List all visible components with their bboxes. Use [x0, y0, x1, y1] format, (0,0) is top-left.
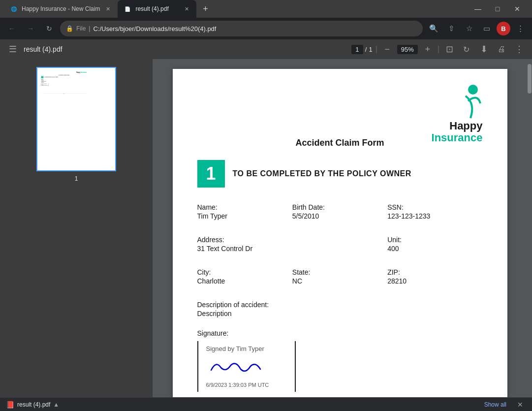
address-actions: 🔍 ⇧ ☆ ▭ B ⋮ — [426, 21, 528, 36]
profile-button[interactable]: B — [497, 22, 510, 35]
state-field: State: NC — [292, 264, 387, 289]
form-fields-row1: Name: Tim Typer Birth Date: 5/5/2010 SSN… — [197, 199, 483, 224]
close-download-bar-button[interactable]: ✕ — [514, 399, 526, 411]
address-separator: | — [89, 25, 90, 32]
unit-label: Unit: — [387, 236, 482, 244]
zoom-out-button[interactable]: − — [380, 42, 394, 56]
download-button[interactable]: ⬇ — [477, 42, 491, 56]
zoom-level[interactable]: 95% — [397, 45, 418, 54]
minimize-button[interactable]: — — [471, 2, 485, 16]
signature-box: Signed by Tim Typer 6/9/2023 1:39:03 PM … — [197, 341, 296, 392]
city-value: Charlotte — [197, 277, 292, 285]
scroll-thumb[interactable] — [528, 64, 532, 94]
download-arrow-icon[interactable]: ▲ — [53, 401, 59, 408]
ssn-field: SSN: 123-123-1233 — [387, 199, 482, 224]
more-options-button[interactable]: ⋮ — [512, 42, 526, 56]
download-bar: 📕 result (4).pdf ▲ Show all ✕ — [0, 397, 532, 411]
thumbnail-page1[interactable]: Happy Insurance Accident Claim Form 1 TO… — [36, 67, 116, 171]
pdf-viewer[interactable]: Happy Insurance Accident Claim Form 1 TO… — [153, 59, 527, 397]
new-tab-button[interactable]: + — [198, 2, 212, 16]
state-label: State: — [292, 268, 387, 276]
download-item: 📕 result (4).pdf ▲ — [6, 401, 59, 409]
pdf-page: Happy Insurance Accident Claim Form 1 TO… — [173, 69, 507, 397]
unit-field: Unit: 400 — [387, 232, 482, 256]
zip-label: ZIP: — [387, 268, 482, 276]
print-button[interactable]: 🖨 — [495, 42, 508, 56]
form-fields-row2: Address: 31 Text Control Dr Unit: 400 — [197, 232, 483, 256]
section-header: 1 TO BE COMPLETED BY THE POLICY OWNER — [197, 160, 483, 188]
logo-insurance: Insurance — [432, 131, 483, 144]
tab1-close[interactable]: ✕ — [104, 5, 112, 13]
bookmark-icon[interactable]: ☆ — [461, 21, 477, 36]
logo-happy: Happy — [449, 120, 482, 132]
unit-value: 400 — [387, 245, 482, 253]
page-number-input[interactable]: 1 — [351, 45, 363, 54]
tab2-close[interactable]: ✕ — [183, 5, 190, 13]
section-number: 1 — [197, 160, 225, 188]
sep1: | — [376, 45, 377, 54]
city-field: City: Charlotte — [197, 264, 292, 289]
address-bar[interactable]: 🔒 File | C:/Users/bjoer/Downloads/result… — [60, 21, 423, 36]
address-field: Address: 31 Text Control Dr — [197, 232, 388, 256]
tab-pdf[interactable]: 📄 result (4).pdf ✕ — [118, 0, 196, 18]
pdf-toolbar: ☰ result (4).pdf 1 / 1 | − 95% + | ⊡ ↻ ⬇… — [0, 39, 532, 59]
tab1-label: Happy Insurance - New Claim — [22, 5, 100, 12]
signature-date: 6/9/2023 1:39:03 PM UTC — [206, 382, 287, 388]
desc-value: Description — [197, 310, 483, 317]
tab1-favicon: 🌐 — [10, 5, 18, 13]
page-info: 1 / 1 — [351, 45, 373, 54]
zoom-in-button[interactable]: + — [421, 42, 435, 56]
reload-button[interactable]: ↻ — [41, 21, 57, 36]
download-filename[interactable]: result (4).pdf — [17, 401, 50, 408]
svg-point-0 — [468, 85, 478, 95]
file-label: File — [76, 25, 86, 32]
form-fields-row3: City: Charlotte State: NC ZIP: 28210 — [197, 264, 483, 289]
happy-logo: Happy Insurance — [432, 84, 483, 144]
desc-label: Description of accident: — [197, 301, 483, 309]
name-field: Name: Tim Typer — [197, 199, 292, 224]
share-icon[interactable]: ⇧ — [443, 21, 459, 36]
forward-button[interactable]: → — [23, 21, 38, 36]
zip-value: 28210 — [387, 277, 482, 285]
rotate-button[interactable]: ↻ — [459, 42, 473, 56]
thumbnail-image: Happy Insurance Accident Claim Form 1 TO… — [39, 70, 113, 168]
fit-page-button[interactable]: ⊡ — [442, 42, 456, 56]
ssn-label: SSN: — [387, 203, 482, 211]
thumbnail-panel: Happy Insurance Accident Claim Form 1 TO… — [0, 59, 153, 397]
birthdate-field: Birth Date: 5/5/2010 — [292, 199, 387, 224]
signed-by: Signed by Tim Typer — [206, 345, 287, 352]
zip-field: ZIP: 28210 — [387, 264, 482, 289]
back-button[interactable]: ← — [4, 21, 20, 36]
address-bar-row: ← → ↻ 🔒 File | C:/Users/bjoer/Downloads/… — [0, 18, 532, 39]
sidebar-toggle-button[interactable]: ☰ — [6, 42, 20, 56]
tab-happy-insurance[interactable]: 🌐 Happy Insurance - New Claim ✕ — [4, 0, 118, 18]
page-separator: / — [365, 46, 367, 53]
maximize-button[interactable]: □ — [491, 2, 504, 16]
signature-svg — [206, 355, 265, 375]
window-controls: — □ ✕ — [471, 2, 528, 16]
show-all-button[interactable]: Show all — [480, 400, 510, 409]
description-field: Description of accident: Description — [197, 297, 483, 321]
birthdate-value: 5/5/2010 — [292, 212, 387, 220]
pdf-toolbar-left: ☰ result (4).pdf — [6, 42, 347, 56]
ssn-value: 123-123-1233 — [387, 212, 482, 220]
split-screen-icon[interactable]: ▭ — [479, 21, 495, 36]
signature-section: Signature: Signed by Tim Typer 6/9/2023 … — [197, 329, 483, 392]
menu-icon[interactable]: ⋮ — [512, 21, 528, 36]
section-title: TO BE COMPLETED BY THE POLICY OWNER — [233, 169, 411, 178]
city-label: City: — [197, 268, 292, 276]
url-text: C:/Users/bjoer/Downloads/result%20(4).pd… — [93, 25, 216, 32]
tab2-favicon: 📄 — [124, 5, 131, 13]
name-label: Name: — [197, 203, 292, 211]
name-value: Tim Typer — [197, 212, 292, 220]
main-area: Happy Insurance Accident Claim Form 1 TO… — [0, 59, 532, 397]
pdf-toolbar-right: ⬇ 🖨 ⋮ — [477, 42, 526, 56]
scrollbar[interactable] — [527, 59, 532, 397]
signature-label: Signature: — [197, 329, 483, 337]
close-window-button[interactable]: ✕ — [510, 2, 524, 16]
pdf-file-icon: 📕 — [6, 401, 14, 409]
lock-icon: 🔒 — [66, 25, 73, 32]
signature-image — [206, 352, 287, 382]
search-icon[interactable]: 🔍 — [426, 21, 441, 36]
sep2: | — [438, 45, 439, 54]
